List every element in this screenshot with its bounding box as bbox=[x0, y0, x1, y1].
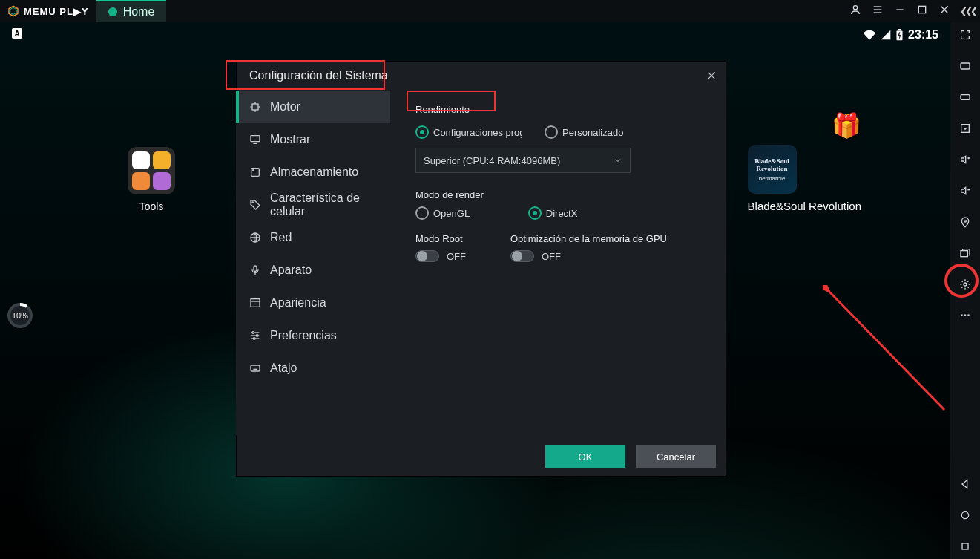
svg-point-52 bbox=[961, 511, 968, 518]
sidebar-item-aparato[interactable]: Aparato bbox=[236, 254, 390, 287]
radio-opengl[interactable]: OpenGL bbox=[415, 206, 484, 220]
sidebar-item-mostrar[interactable]: Mostrar bbox=[236, 123, 390, 156]
settings-modal: Configuración del Sistema Motor Mostrar bbox=[236, 61, 726, 477]
svg-point-23 bbox=[252, 202, 253, 203]
svg-rect-14 bbox=[252, 104, 258, 110]
svg-rect-7 bbox=[918, 6, 925, 13]
game-label: Blade&Soul Revolution bbox=[748, 200, 861, 212]
chevron-down-icon bbox=[614, 156, 622, 165]
app-name: MEMU PL▶Y bbox=[24, 6, 89, 17]
gpu-title: Optimización de la memoria de GPU bbox=[510, 233, 667, 244]
svg-rect-53 bbox=[962, 543, 968, 549]
location-icon[interactable] bbox=[957, 214, 973, 230]
home-dot-icon bbox=[108, 7, 117, 16]
annotation-gear-highlight bbox=[944, 264, 979, 298]
menu-icon[interactable] bbox=[872, 4, 884, 19]
render-title: Modo de render bbox=[415, 189, 484, 200]
svg-rect-11 bbox=[898, 29, 901, 30]
svg-rect-21 bbox=[251, 169, 260, 177]
back-icon[interactable] bbox=[957, 476, 973, 492]
gift-icon[interactable]: 🎁 bbox=[832, 111, 861, 140]
sidebar-item-red[interactable]: Red bbox=[236, 221, 390, 254]
ok-button[interactable]: OK bbox=[545, 445, 625, 468]
home-icon[interactable] bbox=[957, 507, 973, 523]
multi-instance-icon[interactable] bbox=[957, 245, 973, 261]
logo-icon bbox=[7, 5, 19, 17]
sidebar-item-apariencia[interactable]: Apariencia bbox=[236, 287, 390, 319]
radio-dot-icon bbox=[528, 206, 542, 220]
clock: 23:15 bbox=[908, 28, 938, 42]
sidebar-item-motor[interactable]: Motor bbox=[236, 91, 390, 123]
maximize-button[interactable] bbox=[916, 4, 928, 19]
radio-directx[interactable]: DirectX bbox=[528, 206, 578, 220]
sidebar-item-almacenamiento[interactable]: Almacenamiento bbox=[236, 156, 390, 189]
svg-rect-34 bbox=[251, 365, 260, 371]
modal-footer: OK Cancelar bbox=[545, 445, 716, 468]
wifi-icon bbox=[863, 30, 876, 40]
cpu-icon bbox=[249, 101, 261, 113]
game-art-icon: Blade&Soul Revolution netmarble bbox=[748, 145, 797, 194]
install-apk-icon[interactable] bbox=[957, 120, 973, 137]
settings-sidebar: Motor Mostrar Almacenamiento Característ… bbox=[236, 91, 390, 435]
indicator-a: A bbox=[12, 28, 22, 39]
annotation-box-title bbox=[226, 60, 385, 90]
svg-rect-44 bbox=[961, 125, 970, 133]
layout-icon bbox=[249, 297, 261, 309]
keyboard-icon[interactable] bbox=[957, 89, 973, 105]
download-progress[interactable]: 10% bbox=[7, 303, 33, 328]
sidebar-item-atajo[interactable]: Atajo bbox=[236, 352, 390, 385]
android-status-bar: 23:15 bbox=[863, 28, 938, 42]
svg-point-32 bbox=[256, 335, 258, 337]
svg-rect-40 bbox=[961, 95, 970, 100]
toggle-gpu[interactable]: OFF bbox=[510, 250, 667, 262]
svg-point-48 bbox=[964, 220, 967, 222]
close-icon[interactable] bbox=[703, 67, 720, 85]
window-controls bbox=[849, 0, 950, 22]
volume-down-icon[interactable] bbox=[957, 183, 973, 199]
svg-point-31 bbox=[252, 332, 254, 334]
collapse-right-panel-icon[interactable]: ❮❮❮ bbox=[960, 0, 976, 22]
title-bar: MEMU PL▶Y Home ❮❮❮ bbox=[0, 0, 980, 22]
volume-up-icon[interactable] bbox=[957, 151, 973, 168]
settings-pane: Rendimiento Configuraciones programadas … bbox=[390, 91, 726, 435]
radio-dot-icon bbox=[545, 125, 558, 139]
cancel-button[interactable]: Cancelar bbox=[636, 445, 716, 468]
tab-home-label: Home bbox=[123, 5, 155, 19]
globe-icon bbox=[249, 232, 261, 243]
radio-dot-icon bbox=[415, 125, 429, 139]
preset-select[interactable]: Superior (CPU:4 RAM:4096MB) bbox=[415, 148, 631, 173]
tab-home[interactable]: Home bbox=[96, 0, 167, 23]
root-title: Modo Root bbox=[415, 233, 466, 244]
fullscreen-icon[interactable] bbox=[957, 27, 973, 43]
svg-point-2 bbox=[853, 6, 857, 10]
emulator-desktop: A 23:15 Tools 10% 🎁 Blade&Soul Revolutio… bbox=[0, 22, 950, 559]
svg-rect-25 bbox=[254, 266, 257, 271]
sidebar-item-celular[interactable]: Característica de celular bbox=[236, 189, 390, 221]
sliders-icon bbox=[249, 330, 261, 341]
modal-title-bar: Configuración del Sistema bbox=[236, 61, 726, 91]
svg-point-22 bbox=[253, 170, 254, 171]
display-icon bbox=[249, 134, 261, 146]
svg-point-33 bbox=[253, 338, 255, 340]
recents-icon[interactable] bbox=[957, 538, 973, 555]
tag-icon bbox=[249, 199, 261, 211]
tools-folder-icon bbox=[128, 147, 175, 194]
folder-tools[interactable]: Tools bbox=[128, 147, 175, 212]
close-button[interactable] bbox=[938, 4, 950, 19]
app-blade-soul[interactable]: Blade&Soul Revolution netmarble Blade&So… bbox=[748, 145, 861, 212]
radio-custom[interactable]: Personalizado bbox=[545, 125, 623, 139]
more-icon[interactable]: ··· bbox=[957, 307, 973, 324]
storage-icon bbox=[249, 166, 261, 178]
progress-value: 10% bbox=[10, 306, 30, 325]
tools-label: Tools bbox=[128, 200, 175, 212]
radio-presets[interactable]: Configuraciones programadas bbox=[415, 125, 522, 139]
keymap-icon[interactable] bbox=[957, 58, 973, 74]
minimize-button[interactable] bbox=[894, 4, 906, 19]
toggle-root[interactable]: OFF bbox=[415, 250, 466, 262]
user-icon[interactable] bbox=[849, 4, 861, 19]
mic-icon bbox=[249, 264, 261, 276]
annotation-box-section bbox=[407, 91, 496, 111]
sidebar-item-preferencias[interactable]: Preferencias bbox=[236, 319, 390, 352]
preset-value: Superior (CPU:4 RAM:4096MB) bbox=[424, 155, 560, 166]
radio-dot-icon bbox=[415, 206, 429, 220]
